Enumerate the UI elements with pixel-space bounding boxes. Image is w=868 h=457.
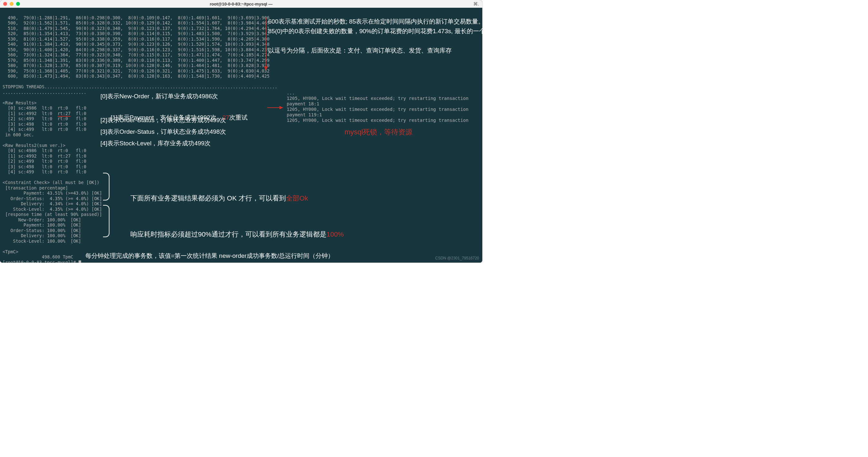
note-all-ok: 下面所有业务逻辑结果都必须为 OK 才行，可以看到全部Ok (119, 184, 308, 213)
svg-marker-1 (264, 66, 268, 70)
arrow-right-a (267, 105, 283, 110)
note-deadlock: mysql死锁，等待资源 (344, 130, 412, 135)
watermark: CSDN @2301_79516720 (435, 256, 479, 261)
note-throughput: 600表示基准测试开始的秒数; 85表示在给定时间间隔内执行的新订单交易数量。基… (268, 17, 479, 55)
raw-results-2: <Raw Results2(sum ver.)> [0] sc:4986 lt:… (3, 143, 480, 175)
svg-marker-3 (279, 106, 283, 109)
note-idx0: [0]表示New-Order，新订单业务成功4986次 (100, 91, 218, 101)
brace-2 (103, 205, 110, 237)
title-bar[interactable]: root@10-0-0-83:~/tpcc-mysql — ⌘. (0, 0, 482, 8)
note-idx3: [3]表示Order-Status，订单状态业务成功498次 (100, 127, 226, 137)
note-tpmc: 每分钟处理完成的事务数，该值=第一次统计结果 new-order成功事务数/总运… (85, 251, 334, 261)
note-idx4: [4]表示Stock-Level，库存业务成功499次 (100, 139, 211, 148)
deadlock-log: ... 1205, HY000, Lock wait timeout excee… (284, 90, 477, 123)
terminal-window: root@10-0-0-83:~/tpcc-mysql — ⌘. 490, 79… (0, 0, 482, 263)
note-idx2: [2]表示Order-Status，订单状态业务成功499次 (100, 115, 226, 125)
window-title: root@10-0-0-83:~/tpcc-mysql — (0, 2, 482, 6)
arrow-down-a (263, 18, 269, 70)
rt27-highlight: rt:27 (58, 111, 71, 117)
cursor (79, 260, 81, 263)
menu-icon[interactable]: ⌘. (473, 1, 479, 6)
brace-1 (103, 173, 110, 200)
note-resp-100: 响应耗时指标必须超过90%通过才行，可以看到所有业务逻辑都是100% (119, 220, 344, 249)
terminal-viewport[interactable]: 490, 79(0):1.288|1.291, 86(0):0.298|0.30… (0, 8, 482, 263)
